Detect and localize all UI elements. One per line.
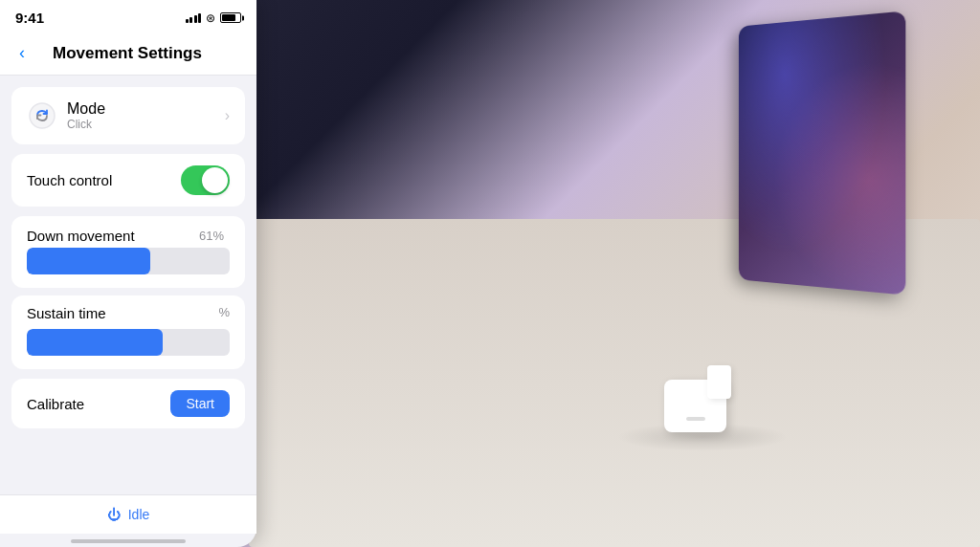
touch-control-toggle[interactable] (181, 165, 230, 195)
mode-text: Mode Click (67, 100, 225, 131)
cube-arm (707, 365, 731, 399)
sustain-percent: % (218, 305, 230, 321)
page-title: Movement Settings (36, 44, 218, 63)
down-movement-fill (27, 248, 150, 274)
power-icon: ⏻ (107, 507, 121, 522)
sustain-slider[interactable] (27, 329, 230, 356)
sustain-fill (27, 329, 163, 356)
down-movement-slider-container (11, 248, 245, 288)
calibrate-label: Calibrate (27, 396, 170, 412)
calibrate-row: Calibrate Start (11, 379, 245, 428)
touch-control-section: Touch control (11, 154, 245, 207)
down-movement-slider[interactable] (27, 248, 230, 274)
idle-label: Idle (128, 507, 150, 522)
touch-control-row: Touch control (11, 154, 245, 207)
wifi-icon: ⊛ (206, 11, 215, 25)
down-movement-row: Down movement 61% (11, 216, 245, 248)
mode-sublabel: Click (67, 118, 225, 131)
status-time: 9:41 (15, 10, 44, 26)
mode-icon (27, 100, 57, 131)
background-device (655, 365, 731, 432)
sustain-header: Sustain time % (27, 305, 230, 321)
status-bar: 9:41 ⊛ (0, 0, 256, 32)
sustain-label: Sustain time (27, 305, 106, 321)
background-tablet (739, 11, 905, 295)
header: ‹ Movement Settings (0, 32, 256, 76)
mode-card[interactable]: Mode Click › (11, 87, 245, 144)
chevron-right-icon: › (225, 107, 230, 124)
mode-label: Mode (67, 100, 225, 118)
content-area: Mode Click › Touch control Down movement… (0, 76, 256, 494)
home-indicator (71, 539, 186, 543)
sustain-section: Sustain time % (11, 295, 245, 369)
signal-icon (186, 13, 202, 23)
down-movement-section: Down movement 61% (11, 216, 245, 288)
bottom-bar: ⏻ Idle (0, 494, 256, 534)
calibrate-start-button[interactable]: Start (170, 390, 230, 417)
battery-icon (220, 12, 241, 23)
svg-point-0 (30, 103, 55, 128)
down-movement-label: Down movement (27, 228, 199, 244)
touch-control-label: Touch control (27, 172, 181, 188)
phone-panel: 9:41 ⊛ ‹ Movement Settings (0, 0, 256, 547)
calibrate-section: Calibrate Start (11, 379, 245, 428)
back-button[interactable]: ‹ (15, 41, 29, 65)
status-icons: ⊛ (186, 11, 242, 25)
down-movement-value: 61% (199, 229, 224, 243)
